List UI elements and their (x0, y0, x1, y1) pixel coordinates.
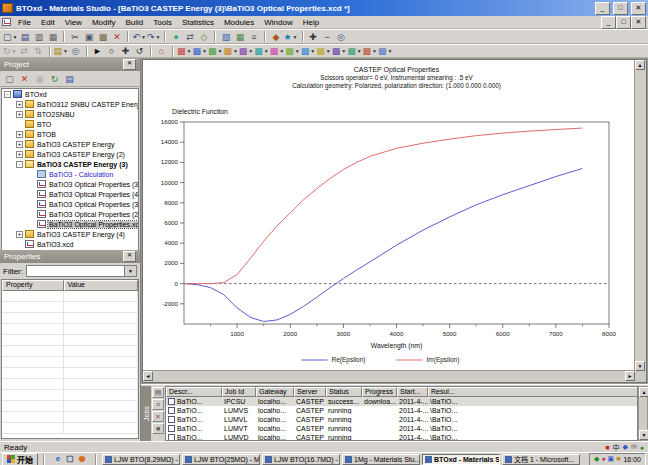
save-all-button[interactable]: ▥ (32, 31, 45, 43)
tree-item[interactable]: -BTOxd (2, 89, 138, 99)
tree-expander-icon[interactable]: - (4, 91, 11, 98)
chevron-down-icon[interactable]: ▼ (124, 266, 136, 276)
tree-expander-icon[interactable]: + (16, 141, 23, 148)
close-button[interactable]: ✕ (631, 2, 646, 15)
zoom-in-button[interactable]: ✚ (307, 31, 320, 43)
chart-document-window[interactable]: CASTEP Optical PropertiesScissors operat… (142, 59, 647, 383)
ime-chinese-icon[interactable]: 中 (613, 442, 620, 452)
menu-file[interactable]: File (13, 18, 36, 27)
job-row[interactable]: BaTiO...LUMVLlocalho...CASTEPrunning2011… (166, 415, 637, 424)
vertical-scrollbar[interactable]: ▲ ▼ (634, 60, 646, 371)
menu-edit[interactable]: Edit (36, 18, 60, 27)
reset-view-button[interactable]: ◎ (69, 45, 82, 57)
refresh-button[interactable]: ↻ (48, 73, 61, 85)
menu-tools[interactable]: Tools (148, 18, 177, 27)
help-icon[interactable]: ● (640, 444, 644, 451)
show-desktop-icon[interactable]: ▢ (65, 454, 75, 464)
jobs-list-button[interactable]: ≡ (152, 399, 164, 410)
taskbar-button[interactable]: LJW BTO(25MΩ) - Ma... (182, 454, 260, 465)
module-gulp-button[interactable]: ▩▼ (254, 45, 268, 57)
update-icon[interactable]: ■ (616, 455, 620, 463)
jobs-vertical-scrollbar[interactable]: ▲ ▼ (638, 386, 648, 441)
job-row[interactable]: BaTiO...LUMVDlocalho...CASTEPrunning2011… (166, 433, 637, 441)
filter-combobox[interactable]: ▼ (26, 265, 137, 277)
jobs-delete-button[interactable]: ✕ (152, 411, 164, 422)
menu-window[interactable]: Window (259, 18, 297, 27)
analysis-button[interactable]: ★▼ (283, 31, 297, 43)
copy-button[interactable]: ▣ (82, 31, 95, 43)
taskbar-button[interactable]: 文档 1 - Microsoft... (502, 454, 580, 465)
module-vamp-button[interactable]: ▩▼ (347, 45, 361, 57)
module-castep-button[interactable]: ▩▼ (192, 45, 206, 57)
tree-item[interactable]: BaTiO3 Optical Properties (3).xcd (2, 179, 138, 189)
paste-button[interactable]: ▩ (96, 31, 109, 43)
undo-button[interactable]: ↶▼ (132, 31, 146, 43)
zoom-mode-button[interactable]: ○ (105, 45, 118, 57)
menu-statistics[interactable]: Statistics (177, 18, 219, 27)
properties-column-header[interactable]: Property (2, 280, 64, 291)
module-blends-button[interactable]: ▩▼ (363, 45, 377, 57)
new-item-button[interactable]: ▢ (3, 73, 16, 85)
scroll-down-icon[interactable]: ▼ (635, 361, 645, 371)
tree-item[interactable]: BaTiO3 - Calculation (2, 169, 138, 179)
tree-item[interactable]: BaTiO3 Optical Properties (3) (2).xcd (2, 199, 138, 209)
print-button[interactable]: ▦ (46, 31, 59, 43)
save-button[interactable]: ▤ (18, 31, 31, 43)
tree-item[interactable]: +BaTiO3 CASTEP Energy (2, 139, 138, 149)
jobs-column-header[interactable]: Server (294, 387, 326, 397)
save-project-button[interactable]: ▤ (63, 73, 76, 85)
atom-button[interactable]: ● (169, 31, 182, 43)
minimize-button[interactable]: _ (595, 2, 610, 15)
tree-item[interactable]: BaTiO3 Optical Properties (2).xcd (2, 209, 138, 219)
internet-explorer-icon[interactable]: e (53, 454, 63, 464)
module-reflex-button[interactable]: ▩▼ (301, 45, 315, 57)
tree-item[interactable]: +BaTiO3 CASTEP Energy (4) (2, 229, 138, 239)
jobs-column-header[interactable]: Descr... (166, 387, 222, 397)
calculation-button[interactable]: ◆ (269, 31, 282, 43)
cut-button[interactable]: ✂ (68, 31, 81, 43)
jobs-column-header[interactable]: Start... (397, 387, 428, 397)
properties-column-header[interactable]: Value (64, 280, 138, 291)
fit-view-button[interactable]: ◎ (335, 31, 348, 43)
jobs-tab[interactable]: Jobs (141, 386, 151, 441)
jobs-scroll-up-icon[interactable]: ▲ (639, 387, 648, 397)
tree-expander-icon[interactable]: - (16, 161, 23, 168)
module-forcite-button[interactable]: ▩▼ (239, 45, 253, 57)
save-view-button[interactable]: ▤▼ (54, 45, 68, 57)
tree-item[interactable]: +BaTiO3 CASTEP Energy (2) (2, 149, 138, 159)
child-close-button[interactable]: ✕ (631, 16, 646, 29)
child-minimize-button[interactable]: _ (601, 16, 616, 29)
menu-modify[interactable]: Modify (87, 18, 121, 27)
mail-icon[interactable]: ✉ (631, 443, 637, 451)
tree-item[interactable]: +BTOB (2, 129, 138, 139)
taskbar-button[interactable]: BTOxd - Materials S... (422, 454, 500, 465)
menu-help[interactable]: Help (298, 18, 324, 27)
module-discover-button[interactable]: ▩▼ (208, 45, 222, 57)
tree-expander-icon[interactable]: + (16, 231, 23, 238)
sound-icon[interactable]: ◆ (623, 443, 628, 451)
tree-item[interactable]: BaTiO3 Optical Properties.xcd (2, 219, 138, 229)
selection-mode-button[interactable]: ► (91, 45, 104, 57)
module-synthia-button[interactable]: ▩▼ (332, 45, 346, 57)
scroll-up-icon[interactable]: ▲ (635, 60, 645, 70)
module-equilibria-button[interactable]: ▩▼ (378, 45, 392, 57)
horizontal-scrollbar[interactable]: ◄ ► (143, 370, 635, 382)
media-player-icon[interactable]: ◉ (77, 454, 87, 464)
module-sorption-button[interactable]: ▩▼ (316, 45, 330, 57)
jobs-column-header[interactable]: Progress (362, 387, 397, 397)
scroll-left-icon[interactable]: ◄ (143, 371, 153, 381)
tree-item[interactable]: -BaTiO3 CASTEP Energy (3) (2, 159, 138, 169)
redo-button[interactable]: ↷▼ (147, 31, 161, 43)
project-panel-close-icon[interactable]: ✕ (123, 59, 136, 70)
delete-button[interactable]: ✕ (110, 31, 123, 43)
jobs-view-button[interactable]: ▤ (152, 387, 164, 398)
tree-item[interactable]: +BTO2SNBU (2, 109, 138, 119)
bond-button[interactable]: ⇄ (183, 31, 196, 43)
module-amorphous-cell-button[interactable]: ▩▼ (177, 45, 191, 57)
tree-expander-icon[interactable]: + (16, 101, 23, 108)
orbit-mode-button[interactable]: ↺ (133, 45, 146, 57)
module-mesocite-button[interactable]: ▩▼ (270, 45, 284, 57)
chat-icon[interactable]: ● (601, 455, 605, 463)
menu-build[interactable]: Build (120, 18, 148, 27)
jobs-column-header[interactable]: Resul... (428, 387, 638, 397)
